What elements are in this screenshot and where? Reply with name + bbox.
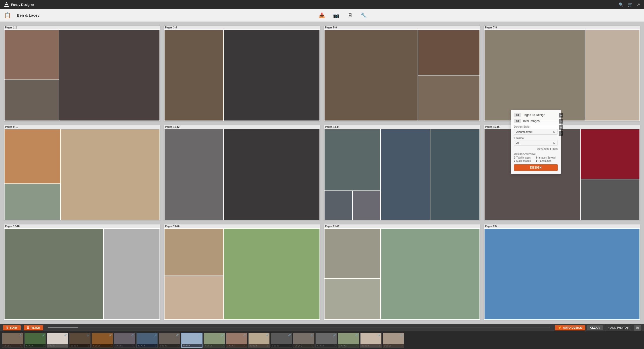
overview-spread-label: Images/Spread	[539, 156, 556, 159]
auto-design-button[interactable]: ⚡ AUTO DESIGN	[555, 325, 585, 330]
tool-import[interactable]: 📥	[319, 12, 325, 18]
film-thumb-3[interactable]: 🔗 ★★★★★ ♡	[47, 333, 68, 348]
side-icon-1[interactable]: ↔	[559, 113, 563, 118]
filter-icon: ☰	[27, 326, 29, 329]
film-thumb-4[interactable]: 🔗 ★★★★★ ♡	[69, 333, 91, 348]
film-heart-4: ♡	[88, 345, 89, 347]
scroll-area	[46, 327, 552, 328]
film-link-14: 🔗	[310, 334, 313, 336]
film-stars-16: ★★★★★	[339, 345, 347, 347]
tool-display[interactable]: 🖥	[347, 12, 352, 18]
spread-label-11-12: Pages 11-12	[164, 125, 320, 129]
film-link-8: 🔗	[176, 334, 179, 336]
tool-camera[interactable]: 📷	[333, 12, 339, 18]
spread-pages-15-16[interactable]: Pages 15-16	[484, 125, 640, 220]
clear-label: CLEAR	[590, 326, 600, 329]
spread-inner-1-2	[4, 29, 160, 121]
film-thumb-11[interactable]: 🔗 ★★★★★ ♡	[226, 333, 247, 348]
tool-settings[interactable]: 🔧	[360, 12, 367, 18]
film-thumb-17[interactable]: 🔗 ★★★★★ ♡	[360, 333, 382, 348]
overview-main-images: 0 Main Images	[514, 160, 536, 162]
images-dropdown[interactable]: ALL ▶	[514, 140, 558, 146]
film-thumb-5[interactable]: 🔗 ★★★★★ ♡	[92, 333, 113, 348]
film-thumb-2[interactable]: 🔗 ★★★★★ ♡	[24, 333, 46, 348]
film-overlay-8: ★★★★★ ♡	[159, 344, 180, 347]
film-thumb-9[interactable]: 🔗 ★★★★★ ♡	[181, 333, 203, 348]
spread-pages-19-20[interactable]: Pages 19-20	[164, 224, 320, 320]
film-thumb-18[interactable]: 🔗 ★★★★★ ♡	[383, 333, 404, 348]
film-link-7: 🔗	[154, 334, 156, 336]
film-thumb-16[interactable]: 🔗 ★★★★★ ♡	[338, 333, 359, 348]
film-heart-2: ♡	[43, 345, 45, 347]
add-photos-button[interactable]: + ADD PHOTOS	[605, 325, 632, 330]
design-button[interactable]: DESIGN	[514, 164, 558, 171]
spread-label-9-10: Pages 9-10	[4, 125, 160, 129]
film-thumb-8[interactable]: 🔗 ★★★★★ ♡	[159, 333, 180, 348]
design-style-dropdown[interactable]: AlbumLayout ▶	[514, 129, 558, 135]
spread-pages-5-6[interactable]: Pages 5-6	[324, 26, 480, 121]
film-thumb-13[interactable]: 🔗 ★★★★★ ♡	[271, 333, 292, 348]
film-stars-3: ★★★★★	[48, 345, 56, 347]
images-value: ALL	[516, 141, 521, 144]
film-stars-2: ★★★★★	[26, 345, 33, 347]
film-overlay-17: ★★★★★ ♡	[360, 344, 381, 347]
spread-pages-9-10[interactable]: Pages 9-10	[4, 125, 160, 220]
popup-pages-row: 40 Pages To Design	[514, 113, 558, 117]
add-photos-label: + ADD PHOTOS	[608, 326, 629, 329]
film-link-13: 🔗	[288, 334, 291, 336]
film-stars-7: ★★★★★	[138, 345, 145, 347]
spread-pages-17-18[interactable]: Pages 17-18	[4, 224, 160, 320]
scroll-track	[48, 327, 550, 328]
film-heart-9: ♡	[199, 344, 201, 347]
advanced-filters-link[interactable]: Advanced Filters	[514, 147, 558, 150]
filmstrip: 🔗 ★★★★★ ♡ 🔗 ★★★★★ ♡ 🔗 ★★★★★ ♡ 🔗 ★★★★★	[0, 331, 644, 349]
film-heart-11: ♡	[244, 345, 246, 347]
film-overlay-2: ★★★★★ ♡	[25, 344, 46, 347]
side-icon-2[interactable]: ✕	[559, 119, 563, 124]
film-heart-17: ♡	[379, 345, 380, 347]
search-icon[interactable]: 🔍	[619, 2, 624, 7]
cart-icon[interactable]: 🛒	[628, 2, 633, 7]
spread-inner-19-20	[164, 228, 320, 320]
spread-pages-21-22[interactable]: Pages 21-22	[324, 224, 480, 320]
film-stars-1: ★★★★★	[3, 345, 11, 347]
film-overlay-3: ★★★★★ ♡	[47, 344, 68, 347]
design-style-label: Design Style:	[514, 125, 558, 128]
filter-button[interactable]: ☰ FILTER	[24, 325, 43, 330]
svg-point-1	[6, 4, 7, 5]
film-link-18: 🔗	[400, 334, 403, 336]
film-heart-13: ♡	[289, 345, 291, 347]
clear-button[interactable]: CLEAR	[587, 325, 603, 330]
bottombar: ⇅ SORT ☰ FILTER ⚡ AUTO DESIGN CLEAR + AD…	[0, 324, 644, 349]
overview-spread-val: 0	[536, 156, 538, 159]
spread-pages-11-12[interactable]: Pages 11-12	[164, 125, 320, 220]
spread-pages-1-2[interactable]: Pages 1-2	[4, 26, 160, 121]
side-icon-3[interactable]: ⊞	[559, 125, 563, 130]
spread-pages-3-4[interactable]: Pages 3-4	[164, 26, 320, 121]
film-heart-8: ♡	[177, 345, 179, 347]
grid-view-button[interactable]: ⊞	[634, 325, 641, 331]
film-overlay-10: ★★★★★ ♡	[204, 344, 225, 347]
images-count-badge: 60	[514, 119, 521, 123]
film-thumb-12[interactable]: 🔗 ★★★★★ ♡	[248, 333, 270, 348]
film-thumb-7[interactable]: 🔗 ★★★★★ ♡	[136, 333, 158, 348]
film-thumb-1[interactable]: 🔗 ★★★★★ ♡	[2, 333, 23, 348]
auto-design-icon: ⚡	[558, 326, 561, 329]
sort-button[interactable]: ⇅ SORT	[3, 325, 21, 330]
spread-inner-9-10	[4, 129, 160, 220]
film-thumb-14[interactable]: 🔗 ★★★★★ ♡	[293, 333, 314, 348]
pages-label: Pages To Design	[522, 113, 545, 117]
film-link-10: 🔗	[221, 334, 224, 336]
spread-pages-next[interactable]: Pages 23+	[484, 224, 640, 320]
film-thumb-10[interactable]: 🔗 ★★★★★ ♡	[204, 333, 225, 348]
spread-pages-7-8[interactable]: Pages 7-8	[484, 26, 640, 121]
side-icon-4[interactable]: ✕	[559, 131, 563, 136]
spread-inner-5-6	[324, 29, 480, 121]
film-overlay-7: ★★★★★ ♡	[137, 344, 157, 347]
film-heart-10: ♡	[222, 345, 224, 347]
export-icon[interactable]: ↗	[637, 2, 640, 7]
film-thumb-6[interactable]: 🔗 ★★★★★ ♡	[114, 333, 135, 348]
film-thumb-15[interactable]: 🔗 ★★★★★ ♡	[315, 333, 337, 348]
spread-pages-13-14[interactable]: Pages 13-14	[324, 125, 480, 220]
film-overlay-1: ★★★★★ ♡	[2, 344, 23, 347]
